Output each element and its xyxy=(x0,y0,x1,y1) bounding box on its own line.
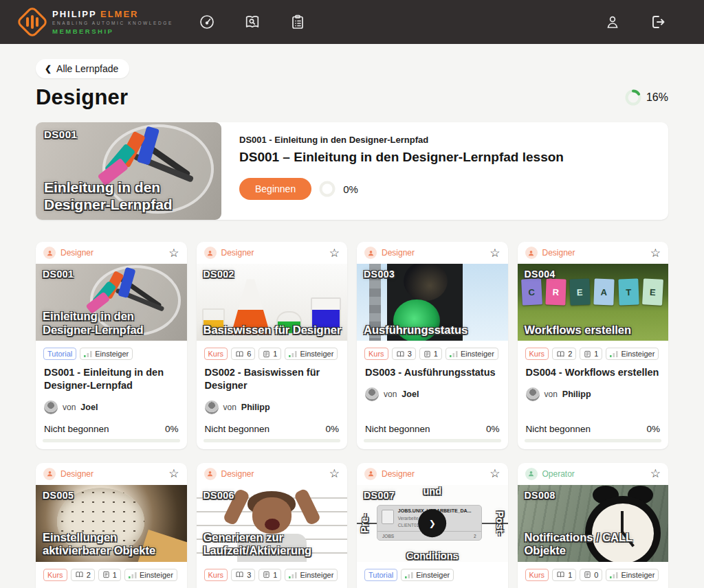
category-label: Designer xyxy=(60,248,94,258)
level-chip: Einsteiger xyxy=(401,569,454,581)
lessons-chip: 3 xyxy=(392,348,416,360)
document-icon xyxy=(263,350,270,358)
logout-icon[interactable] xyxy=(649,13,667,31)
course-thumbnail[interactable]: DS005 Einstellungen aktivierbarer Objekt… xyxy=(36,485,187,562)
type-tag: Kurs xyxy=(43,569,67,581)
document-icon xyxy=(584,571,591,578)
back-to-learning-paths-button[interactable]: ❮ Alle Lernpfade xyxy=(36,59,129,78)
card-meta: Tutorial Einsteiger xyxy=(36,341,187,360)
top-navbar: PHILIPP ELMER ENABLING AUTOMIC KNOWLEDGE… xyxy=(0,0,704,44)
level-label: Einsteiger xyxy=(140,571,173,579)
card-meta: Kurs 1 0 Einsteiger xyxy=(518,562,669,581)
course-code-overlay: DS003 xyxy=(364,269,395,280)
lessons-count: 1 xyxy=(568,571,572,579)
progress-bar xyxy=(204,439,341,442)
caption-part-left: Pre- xyxy=(359,505,370,541)
lessons-chip: 1 xyxy=(552,569,576,581)
favorite-star-icon[interactable]: ☆ xyxy=(329,468,340,479)
course-thumbnail[interactable]: JOBS.UNIX_VERARBEITE_DA... Verarbeite D.… xyxy=(357,485,508,562)
favorite-star-icon[interactable]: ☆ xyxy=(650,247,661,259)
book-icon xyxy=(556,571,565,578)
progress-label: 0% xyxy=(325,424,339,434)
author-row: von Philipp xyxy=(526,387,661,401)
level-bars-icon xyxy=(450,350,458,357)
clipboard-list-icon[interactable] xyxy=(289,13,307,31)
favorite-star-icon[interactable]: ☆ xyxy=(168,468,179,479)
level-label: Einsteiger xyxy=(300,571,333,579)
page-title: Designer xyxy=(36,85,128,110)
card-footer: Nicht begonnen 0% xyxy=(36,414,187,438)
course-card-ds007[interactable]: Designer ☆ JOBS.UNIX_VERARBEITE_DA... Ve… xyxy=(357,463,508,588)
book-icon xyxy=(235,350,244,358)
course-thumbnail[interactable]: C R E A T E DS004 Workflows erstellen xyxy=(518,264,669,341)
level-bars-icon xyxy=(84,350,92,357)
course-card-ds006[interactable]: Designer ☆ DS006 Generieren zur Laufzeit… xyxy=(197,463,348,588)
course-card-ds001[interactable]: Designer ☆ DS001 Einleitung in den Desig… xyxy=(36,242,187,449)
level-label: Einsteiger xyxy=(416,571,450,579)
caption-part-top: und xyxy=(423,486,441,497)
course-thumbnail[interactable]: DS006 Generieren zur Laufzeit/Aktivierun… xyxy=(197,485,348,562)
course-card-ds008[interactable]: Operator ☆ DS008 Notifications / CALL Ob… xyxy=(518,463,669,588)
course-title-link[interactable]: DS002 - Basiswissen für Designer xyxy=(205,366,340,392)
type-tag: Kurs xyxy=(525,348,549,360)
caption-part-right: Post- xyxy=(495,505,506,541)
favorite-star-icon[interactable]: ☆ xyxy=(329,247,340,259)
job-node-type: JOBS xyxy=(382,534,394,539)
course-thumbnail[interactable]: DS001 Einleitung in den Designer-Lernpfa… xyxy=(36,264,187,341)
course-card-ds004[interactable]: Designer ☆ C R E A T E DS004 Workflows e… xyxy=(518,242,669,449)
featured-eyebrow: DS001 - Einleitung in den Designer-Lernp… xyxy=(239,135,650,145)
course-search-icon[interactable] xyxy=(243,13,261,31)
course-thumbnail[interactable]: DS008 Notifications / CALL Objekte xyxy=(518,485,669,562)
course-thumbnail[interactable]: DS002 Basiswissen für Designer xyxy=(197,264,348,341)
author-name: Philipp xyxy=(562,389,591,399)
course-title-link[interactable]: DS001 - Einleitung in den Designer-Lernp… xyxy=(44,366,179,392)
course-card-ds003[interactable]: Designer ☆ DS003 Ausführungsstatus Kurs … xyxy=(357,242,508,449)
course-code-overlay: DS001 xyxy=(44,128,77,140)
progress-label: 0% xyxy=(646,424,660,434)
card-meta: Kurs 2 1 Einsteiger xyxy=(36,562,187,581)
author-avatar xyxy=(365,387,379,401)
course-code-overlay: DS001 xyxy=(43,269,74,280)
favorite-star-icon[interactable]: ☆ xyxy=(168,247,179,259)
category-label: Designer xyxy=(382,469,415,479)
author-avatar xyxy=(44,400,58,414)
level-label: Einsteiger xyxy=(300,350,333,358)
brand-membership: MEMBERSHIP xyxy=(52,27,173,35)
course-title-link[interactable]: DS004 - Workflows erstellen xyxy=(526,366,661,379)
account-user-icon[interactable] xyxy=(604,13,622,31)
favorite-star-icon[interactable]: ☆ xyxy=(490,468,500,479)
course-title-link[interactable]: DS003 - Ausführungsstatus xyxy=(365,366,500,379)
level-bars-icon xyxy=(129,572,137,578)
lessons-count: 2 xyxy=(568,350,572,358)
level-chip: Einsteiger xyxy=(285,348,338,360)
course-caption-overlay: Generieren zur Laufzeit/Aktivierung xyxy=(204,531,342,558)
docs-chip: 1 xyxy=(580,348,602,360)
begin-button[interactable]: Beginnen xyxy=(239,178,311,200)
lessons-chip: 6 xyxy=(231,348,255,360)
category-label: Designer xyxy=(221,469,254,479)
author-prefix: von xyxy=(223,403,236,412)
dashboard-gauge-icon[interactable] xyxy=(198,13,216,31)
card-header: Designer ☆ xyxy=(197,463,348,485)
category-avatar-icon xyxy=(364,247,377,259)
featured-thumbnail[interactable]: DS001 Einleitung in den Designer-Lernpfa… xyxy=(36,122,221,220)
level-bars-icon xyxy=(610,350,618,357)
status-label: Nicht begonnen xyxy=(205,424,270,434)
course-card-ds005[interactable]: Designer ☆ DS005 Einstellungen aktivierb… xyxy=(36,463,187,588)
card-footer: Nicht begonnen 0% xyxy=(357,414,508,438)
document-icon xyxy=(424,350,431,358)
course-card-ds002[interactable]: Designer ☆ DS002 Basiswissen für Designe… xyxy=(197,242,348,449)
brand-logo[interactable]: PHILIPP ELMER ENABLING AUTOMIC KNOWLEDGE… xyxy=(21,9,173,35)
back-label: Alle Lernpfade xyxy=(56,63,118,74)
course-thumbnail[interactable]: DS003 Ausführungsstatus xyxy=(357,264,508,341)
author-prefix: von xyxy=(63,403,76,412)
favorite-star-icon[interactable]: ☆ xyxy=(490,247,500,259)
level-chip: Einsteiger xyxy=(606,348,659,360)
favorite-star-icon[interactable]: ☆ xyxy=(650,468,661,479)
docs-chip: 1 xyxy=(258,569,281,581)
brand-text: PHILIPP ELMER ENABLING AUTOMIC KNOWLEDGE… xyxy=(52,9,173,35)
status-label: Nicht begonnen xyxy=(526,424,591,434)
progress-label: 0% xyxy=(486,424,500,434)
course-caption-overlay: Einleitung in den Designer-Lernpfad xyxy=(43,310,182,337)
card-header: Operator ☆ xyxy=(518,463,669,485)
